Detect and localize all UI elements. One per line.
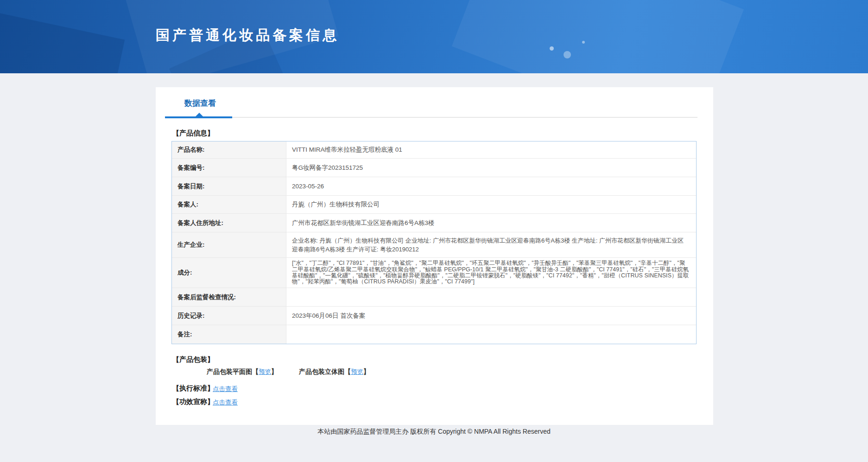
section-title-claims: 【功效宣称】 <box>172 398 214 406</box>
footer: 本站由国家药品监督管理局主办 版权所有 Copyright © NMPA All… <box>0 428 868 436</box>
row-value: 企业名称: 丹旎（广州）生物科技有限公司 企业地址: 广州市花都区新华街镜湖工业… <box>286 232 696 257</box>
view-standard-link[interactable]: 点击查看 <box>213 385 238 393</box>
packaging-links-row: 产品包装平面图【预览】 产品包装立体图【预览】 <box>156 368 713 377</box>
claims-row: 【功效宣称】 点击查看 <box>156 398 713 407</box>
page-header: 国产普通化妆品备案信息 <box>0 0 868 73</box>
row-label: 生产企业: <box>172 232 286 257</box>
packaging-stereo-bracket: 】 <box>363 368 370 375</box>
section-title-standard: 【执行标准】 <box>172 384 214 393</box>
preview-stereo-link[interactable]: 预览 <box>351 368 363 375</box>
section-title-product-info: 【产品信息】 <box>172 129 214 138</box>
page-title: 国产普通化妆品备案信息 <box>156 26 339 45</box>
row-value <box>286 288 696 306</box>
row-label: 备案人: <box>172 196 286 213</box>
table-row-supervision: 备案后监督检查情况: <box>172 288 696 307</box>
row-value: VITTI MIRA维蒂米拉轻盈无瑕粉底液 01 <box>286 141 696 158</box>
table-row-filing-date: 备案日期: 2023-05-26 <box>172 177 696 196</box>
table-row-history: 历史记录: 2023年06月06日 首次备案 <box>172 307 696 325</box>
header-dot-decoration <box>564 51 571 58</box>
tab-bar-divider <box>165 117 697 118</box>
view-claims-link[interactable]: 点击查看 <box>213 398 238 407</box>
table-row-filer-address: 备案人住所地址: 广州市花都区新华街镜湖工业区迎春南路6号A栋3楼 <box>172 214 696 232</box>
header-dot-decoration <box>582 41 585 44</box>
row-value: 广州市花都区新华街镜湖工业区迎春南路6号A栋3楼 <box>286 214 696 232</box>
table-row-filer: 备案人: 丹旎（广州）生物科技有限公司 <box>172 196 696 214</box>
packaging-flat-label: 产品包装平面图【 <box>207 368 259 375</box>
packaging-stereo-label: 产品包装立体图【 <box>299 368 351 375</box>
tab-data-view[interactable]: 数据查看 <box>184 98 216 109</box>
packaging-stereo-item: 产品包装立体图【预览】 <box>299 368 370 376</box>
packaging-flat-item: 产品包装平面图【预览】 <box>207 368 278 376</box>
product-info-table: 产品名称: VITTI MIRA维蒂米拉轻盈无瑕粉底液 01 备案编号: 粤G妆… <box>171 141 697 344</box>
tab-active-underline <box>165 116 232 118</box>
tab-active-caret-icon <box>196 113 203 116</box>
row-label: 成分: <box>172 258 286 288</box>
row-value: 2023年06月06日 首次备案 <box>286 307 696 325</box>
header-decoration <box>452 0 744 73</box>
row-label: 备案编号: <box>172 159 286 177</box>
row-label: 备案人住所地址: <box>172 214 286 232</box>
row-value: ["水"，"丁二醇"，"CI 77891"，"甘油"，"角鲨烷"，"聚二甲基硅氧… <box>286 258 696 288</box>
row-value: 2023-05-26 <box>286 177 696 195</box>
table-row-filing-number: 备案编号: 粤G妆网备字2023151725 <box>172 159 696 177</box>
row-value <box>286 325 696 344</box>
row-label: 产品名称: <box>172 141 286 158</box>
header-decoration <box>0 7 125 73</box>
row-label: 备案后监督检查情况: <box>172 288 286 306</box>
table-row-manufacturer: 生产企业: 企业名称: 丹旎（广州）生物科技有限公司 企业地址: 广州市花都区新… <box>172 232 696 258</box>
row-value: 丹旎（广州）生物科技有限公司 <box>286 196 696 213</box>
row-label: 备案日期: <box>172 177 286 195</box>
footer-copyright: 本站由国家药品监督管理局主办 版权所有 Copyright © NMPA All… <box>317 428 550 435</box>
packaging-flat-bracket: 】 <box>271 368 278 375</box>
row-label: 历史记录: <box>172 307 286 325</box>
preview-flat-link[interactable]: 预览 <box>259 368 271 375</box>
table-row-remarks: 备注: <box>172 325 696 344</box>
row-value: 粤G妆网备字2023151725 <box>286 159 696 177</box>
table-row-ingredients: 成分: ["水"，"丁二醇"，"CI 77891"，"甘油"，"角鲨烷"，"聚二… <box>172 258 696 288</box>
table-row-product-name: 产品名称: VITTI MIRA维蒂米拉轻盈无瑕粉底液 01 <box>172 141 696 159</box>
header-dot-decoration <box>550 46 554 51</box>
standard-row: 【执行标准】 点击查看 <box>156 384 713 393</box>
tab-bar: 数据查看 <box>165 87 697 118</box>
section-title-packaging: 【产品包装】 <box>172 355 214 364</box>
content-card: 数据查看 【产品信息】 产品名称: VITTI MIRA维蒂米拉轻盈无瑕粉底液 … <box>156 87 713 425</box>
row-label: 备注: <box>172 325 286 344</box>
